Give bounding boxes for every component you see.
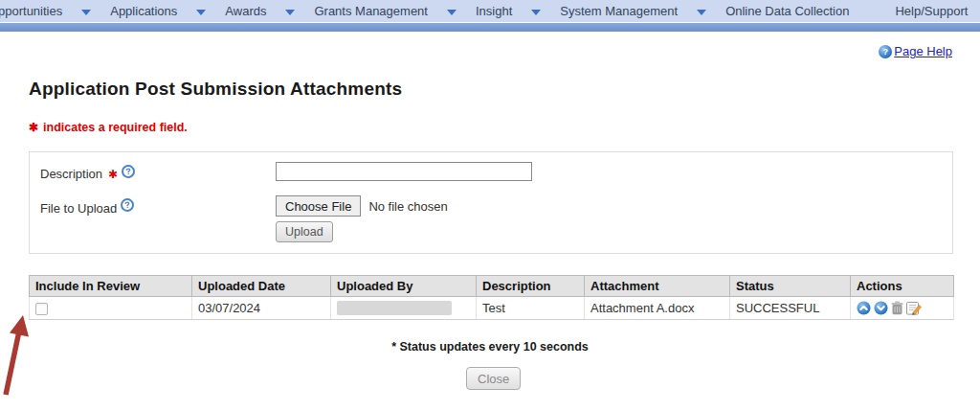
red-annotation-arrow-icon — [0, 308, 38, 400]
page-help-icon[interactable]: ? — [879, 45, 892, 58]
top-navigation-bar: pportunities Applications Awards Grants … — [0, 0, 980, 22]
file-to-upload-label: File to Upload — [40, 201, 117, 216]
row-actions — [857, 301, 947, 315]
description-help-icon[interactable]: ? — [121, 164, 136, 179]
nav-item-insight[interactable]: Insight — [476, 0, 541, 22]
required-field-note: ✱indicates a required field. — [29, 121, 188, 134]
nav-item-grants-management[interactable]: Grants Management — [314, 0, 457, 22]
required-note-text: indicates a required field. — [43, 121, 188, 134]
nav-item-label: Grants Management — [314, 4, 428, 18]
file-label-row: File to Upload ? — [40, 201, 134, 216]
status-update-note: * Status updates every 10 seconds — [0, 340, 980, 354]
nav-item-applications[interactable]: Applications — [110, 0, 206, 22]
nav-item-system-management[interactable]: System Management — [560, 0, 706, 22]
application-post-submission-attachments-page: pportunities Applications Awards Grants … — [0, 0, 980, 411]
col-header-include-in-review: Include In Review — [30, 276, 192, 297]
page-help-label[interactable]: Page Help — [894, 44, 952, 58]
required-star-icon: ✱ — [108, 168, 118, 181]
chevron-down-icon[interactable] — [447, 10, 457, 15]
choose-file-button[interactable]: Choose File — [276, 195, 361, 217]
description-cell: Test — [477, 297, 585, 320]
chevron-down-icon[interactable] — [196, 10, 206, 15]
description-label-row: Description ✱ ? — [40, 167, 135, 181]
close-button[interactable]: Close — [466, 367, 521, 390]
nav-item-label: Help/Support — [895, 4, 968, 18]
nav-item-label: Applications — [110, 4, 177, 18]
nav-accent-strip — [0, 23, 980, 32]
edit-icon[interactable] — [906, 301, 922, 315]
nav-item-label: System Management — [560, 4, 678, 18]
chevron-down-icon[interactable] — [697, 10, 706, 15]
page-title: Application Post Submission Attachments — [29, 79, 402, 100]
required-star-icon: ✱ — [29, 121, 38, 134]
status-cell: SUCCESSFUL — [730, 297, 851, 320]
chevron-down-icon[interactable] — [531, 10, 541, 15]
col-header-description: Description — [477, 276, 585, 297]
table-header-row: Include In Review Uploaded Date Uploaded… — [30, 276, 954, 297]
upload-button[interactable]: Upload — [276, 221, 333, 242]
description-label: Description — [40, 167, 102, 181]
table-row: 03/07/2024 Test Attachment A.docx SUCCES… — [30, 297, 954, 320]
uploaded-by-redacted-value — [337, 301, 452, 315]
col-header-actions: Actions — [851, 276, 954, 297]
delete-trash-icon[interactable] — [891, 301, 903, 315]
no-file-chosen-text: No file chosen — [368, 199, 447, 214]
include-in-review-checkbox[interactable] — [35, 303, 48, 315]
nav-item-online-data-collection[interactable]: Online Data Collection — [725, 0, 849, 22]
nav-item-awards[interactable]: Awards — [225, 0, 295, 22]
nav-item-opportunities[interactable]: pportunities — [0, 0, 91, 22]
nav-item-label: pportunities — [0, 4, 62, 18]
col-header-status: Status — [730, 276, 851, 297]
description-input[interactable] — [276, 162, 532, 181]
file-input-row: Choose File No file chosen — [276, 195, 448, 217]
nav-item-help-support[interactable]: Help/Support — [895, 0, 980, 22]
chevron-down-icon[interactable] — [81, 10, 91, 15]
move-down-icon[interactable] — [874, 301, 888, 315]
file-help-icon[interactable]: ? — [120, 197, 135, 213]
col-header-uploaded-date: Uploaded Date — [192, 276, 331, 297]
attachments-table: Include In Review Uploaded Date Uploaded… — [29, 275, 954, 320]
uploaded-date-cell: 03/07/2024 — [192, 297, 331, 320]
nav-item-label: Awards — [225, 4, 266, 18]
upload-form-panel: Description ✱ ? File to Upload ? Choose … — [29, 151, 953, 254]
page-help-link[interactable]: ? Page Help — [879, 44, 952, 58]
chevron-down-icon[interactable] — [285, 10, 295, 15]
attachment-cell: Attachment A.docx — [585, 297, 730, 320]
move-up-icon[interactable] — [857, 301, 871, 315]
col-header-attachment: Attachment — [585, 276, 730, 297]
nav-item-label: Insight — [476, 4, 512, 18]
col-header-uploaded-by: Uploaded By — [331, 276, 477, 297]
nav-item-label: Online Data Collection — [725, 4, 849, 18]
